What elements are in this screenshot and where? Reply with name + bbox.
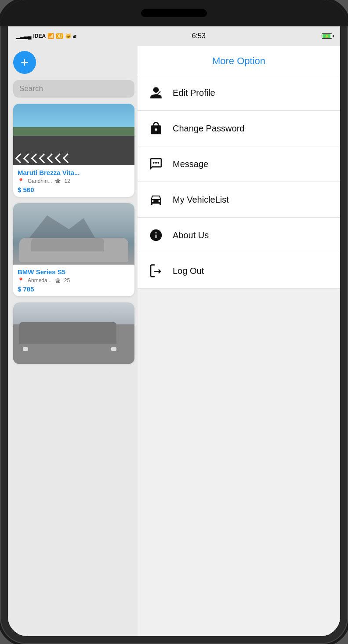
notch-pill xyxy=(141,9,207,17)
change-password-label: Change Password xyxy=(173,124,244,134)
menu-item-log-out[interactable]: Log Out xyxy=(138,253,340,289)
right-menu: More Option Edit Profile xyxy=(138,46,340,636)
mileage-2: 25 xyxy=(64,277,70,284)
message-label: Message xyxy=(173,159,208,169)
road-scene xyxy=(13,104,134,165)
edit-profile-label: Edit Profile xyxy=(173,88,215,98)
car-name-1: Maruti Brezza Vita... xyxy=(18,169,130,176)
search-placeholder: Search xyxy=(19,84,43,93)
wifi-icon: 📶 xyxy=(47,33,54,39)
search-bar[interactable]: Search xyxy=(13,80,134,98)
plus-icon xyxy=(19,57,30,68)
location-text-1: Gandhin... xyxy=(28,178,52,184)
status-left: ▁▂▃▄ IDEA 📶 Xi 🐱 ⸙ xyxy=(16,33,76,39)
svg-point-2 xyxy=(157,162,159,164)
vehicle-list-label: My VehicleList xyxy=(173,195,229,205)
carrier-label: IDEA xyxy=(33,33,46,39)
menu-header: More Option xyxy=(138,46,340,75)
car-card-image-2 xyxy=(13,203,134,265)
lock-svg xyxy=(149,121,163,135)
left-panel: Search xyxy=(8,46,140,636)
car-card-image-1 xyxy=(13,104,134,165)
status-right: ⚡ xyxy=(322,33,332,39)
add-button[interactable] xyxy=(13,51,36,74)
location-text-2: Ahmeda... xyxy=(28,277,52,284)
battery-icon: ⚡ xyxy=(322,33,332,39)
usb-icon: ⸙ xyxy=(73,33,76,39)
car-meta-2: 📍 Ahmeda... 🛣 25 xyxy=(18,277,130,284)
signal-bars: ▁▂▃▄ xyxy=(16,33,32,39)
xi-badge: Xi xyxy=(56,33,63,39)
notch-bar xyxy=(0,0,348,26)
message-icon xyxy=(148,156,164,172)
cat-icon: 🐱 xyxy=(65,33,72,39)
app-content: Search xyxy=(8,46,340,636)
chat-svg xyxy=(149,157,163,171)
location-icon-1: 📍 xyxy=(18,178,24,184)
change-password-icon xyxy=(148,120,164,136)
location-icon-2: 📍 xyxy=(18,277,24,284)
edit-profile-icon xyxy=(148,85,164,101)
car-name-2: BMW Series S5 xyxy=(18,268,130,276)
road-icon-2: 🛣 xyxy=(55,277,61,284)
vehicle-list-icon xyxy=(148,192,164,207)
car-card-info-2: BMW Series S5 📍 Ahmeda... 🛣 25 $ 785 xyxy=(13,265,134,296)
battery-bolt: ⚡ xyxy=(325,34,329,38)
car-price-1: $ 560 xyxy=(18,186,130,193)
mileage-1: 12 xyxy=(64,178,70,184)
about-us-label: About Us xyxy=(173,230,209,240)
car-card[interactable]: Maruti Brezza Vita... 📍 Gandhin... 🛣 12 … xyxy=(13,104,134,197)
car-card-info-1: Maruti Brezza Vita... 📍 Gandhin... 🛣 12 … xyxy=(13,165,134,197)
car-card-image-3 xyxy=(13,302,134,364)
log-out-label: Log Out xyxy=(173,266,204,276)
menu-title: More Option xyxy=(212,55,265,66)
logout-svg xyxy=(149,264,163,278)
svg-point-0 xyxy=(153,162,155,164)
log-out-icon xyxy=(148,263,164,279)
status-bar: ▁▂▃▄ IDEA 📶 Xi 🐱 ⸙ 6:53 ⚡ xyxy=(8,26,340,46)
car-card-3[interactable] xyxy=(13,302,134,364)
menu-item-about-us[interactable]: About Us xyxy=(138,218,340,253)
menu-item-change-password[interactable]: Change Password xyxy=(138,111,340,146)
about-us-icon xyxy=(148,227,164,243)
car-card-2[interactable]: BMW Series S5 📍 Ahmeda... 🛣 25 $ 785 xyxy=(13,203,134,296)
menu-empty-space xyxy=(138,289,340,636)
time-display: 6:53 xyxy=(192,32,206,40)
menu-item-vehicle-list[interactable]: My VehicleList xyxy=(138,182,340,218)
screen: ▁▂▃▄ IDEA 📶 Xi 🐱 ⸙ 6:53 ⚡ xyxy=(8,26,340,636)
menu-item-edit-profile[interactable]: Edit Profile xyxy=(138,75,340,111)
car-svg xyxy=(149,193,163,207)
car-meta-1: 📍 Gandhin... 🛣 12 xyxy=(18,178,130,184)
road-icon-1: 🛣 xyxy=(55,178,61,184)
svg-point-1 xyxy=(155,162,157,164)
person-edit-svg xyxy=(149,86,163,100)
car-price-2: $ 785 xyxy=(18,285,130,293)
phone-frame: ▁▂▃▄ IDEA 📶 Xi 🐱 ⸙ 6:53 ⚡ xyxy=(0,0,348,644)
menu-item-message[interactable]: Message xyxy=(138,146,340,182)
info-svg xyxy=(149,228,163,242)
